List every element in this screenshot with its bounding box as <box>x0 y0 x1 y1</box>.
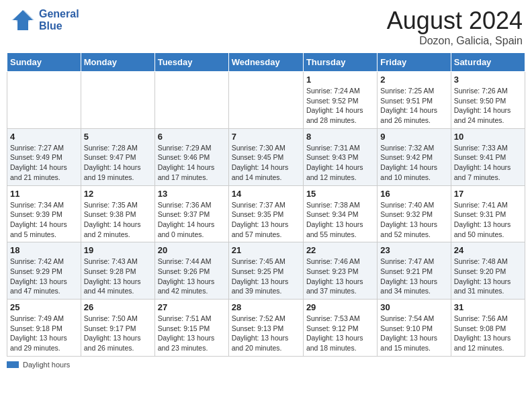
day-number: 16 <box>380 189 447 199</box>
calendar-cell: 13Sunrise: 7:36 AM Sunset: 9:37 PM Dayli… <box>154 185 228 242</box>
day-info: Sunrise: 7:34 AM Sunset: 9:39 PM Dayligh… <box>10 200 78 240</box>
day-info: Sunrise: 7:26 AM Sunset: 9:50 PM Dayligh… <box>454 86 522 126</box>
calendar-day-header: Saturday <box>451 53 525 72</box>
calendar-day-header: Wednesday <box>228 53 303 72</box>
calendar-table: SundayMondayTuesdayWednesdayThursdayFrid… <box>7 52 525 357</box>
calendar-cell: 24Sunrise: 7:48 AM Sunset: 9:20 PM Dayli… <box>451 242 525 300</box>
calendar-cell: 27Sunrise: 7:51 AM Sunset: 9:15 PM Dayli… <box>154 300 228 357</box>
calendar-week-row: 11Sunrise: 7:34 AM Sunset: 9:39 PM Dayli… <box>7 185 525 242</box>
day-info: Sunrise: 7:25 AM Sunset: 9:51 PM Dayligh… <box>380 86 447 126</box>
day-info: Sunrise: 7:50 AM Sunset: 9:17 PM Dayligh… <box>84 314 152 353</box>
day-number: 1 <box>306 75 374 85</box>
day-info: Sunrise: 7:46 AM Sunset: 9:23 PM Dayligh… <box>306 257 374 296</box>
day-info: Sunrise: 7:30 AM Sunset: 9:45 PM Dayligh… <box>232 143 300 183</box>
day-info: Sunrise: 7:38 AM Sunset: 9:34 PM Dayligh… <box>306 200 374 240</box>
day-number: 5 <box>84 132 152 142</box>
location: Dozon, Galicia, Spain <box>387 35 523 47</box>
calendar-cell: 5Sunrise: 7:28 AM Sunset: 9:47 PM Daylig… <box>81 128 154 185</box>
calendar-cell: 22Sunrise: 7:46 AM Sunset: 9:23 PM Dayli… <box>303 242 377 300</box>
day-info: Sunrise: 7:56 AM Sunset: 9:08 PM Dayligh… <box>454 314 522 353</box>
logo-blue: Blue <box>39 20 79 32</box>
daylight-bar-icon <box>7 361 19 368</box>
logo-general: General <box>39 8 79 20</box>
calendar-day-header: Tuesday <box>154 53 228 72</box>
calendar-cell: 3Sunrise: 7:26 AM Sunset: 9:50 PM Daylig… <box>451 72 525 129</box>
calendar-cell <box>228 72 303 129</box>
calendar-cell: 20Sunrise: 7:44 AM Sunset: 9:26 PM Dayli… <box>154 242 228 300</box>
calendar-cell: 6Sunrise: 7:29 AM Sunset: 9:46 PM Daylig… <box>154 128 228 185</box>
day-number: 15 <box>306 189 374 199</box>
logo-text: General Blue <box>39 8 79 32</box>
calendar-cell: 21Sunrise: 7:45 AM Sunset: 9:25 PM Dayli… <box>228 242 303 300</box>
calendar-cell: 25Sunrise: 7:49 AM Sunset: 9:18 PM Dayli… <box>7 300 81 357</box>
day-number: 22 <box>306 245 374 255</box>
day-info: Sunrise: 7:24 AM Sunset: 9:52 PM Dayligh… <box>306 86 374 126</box>
day-number: 24 <box>454 245 522 255</box>
day-info: Sunrise: 7:27 AM Sunset: 9:49 PM Dayligh… <box>10 143 78 183</box>
calendar-week-row: 1Sunrise: 7:24 AM Sunset: 9:52 PM Daylig… <box>7 72 525 129</box>
calendar-cell <box>81 72 154 129</box>
day-number: 29 <box>306 302 374 312</box>
calendar-cell: 17Sunrise: 7:41 AM Sunset: 9:31 PM Dayli… <box>451 185 525 242</box>
page-header: General Blue August 2024 Dozon, Galicia,… <box>7 7 525 47</box>
day-info: Sunrise: 7:45 AM Sunset: 9:25 PM Dayligh… <box>232 257 300 296</box>
day-number: 9 <box>380 132 447 142</box>
day-info: Sunrise: 7:54 AM Sunset: 9:10 PM Dayligh… <box>380 314 447 353</box>
day-info: Sunrise: 7:36 AM Sunset: 9:37 PM Dayligh… <box>158 200 226 240</box>
calendar-week-row: 4Sunrise: 7:27 AM Sunset: 9:49 PM Daylig… <box>7 128 525 185</box>
day-info: Sunrise: 7:41 AM Sunset: 9:31 PM Dayligh… <box>454 200 522 240</box>
day-info: Sunrise: 7:44 AM Sunset: 9:26 PM Dayligh… <box>158 257 226 296</box>
day-info: Sunrise: 7:53 AM Sunset: 9:12 PM Dayligh… <box>306 314 374 353</box>
day-number: 30 <box>380 302 447 312</box>
day-number: 14 <box>232 189 300 199</box>
month-year: August 2024 <box>387 7 523 35</box>
calendar-cell <box>154 72 228 129</box>
calendar-cell: 8Sunrise: 7:31 AM Sunset: 9:43 PM Daylig… <box>303 128 377 185</box>
svg-marker-2 <box>11 10 34 21</box>
day-number: 20 <box>158 245 226 255</box>
calendar-day-header: Sunday <box>7 53 81 72</box>
calendar-day-header: Monday <box>81 53 154 72</box>
day-number: 19 <box>84 245 152 255</box>
logo: General Blue <box>9 7 79 34</box>
day-info: Sunrise: 7:42 AM Sunset: 9:29 PM Dayligh… <box>10 257 78 296</box>
calendar-header-row: SundayMondayTuesdayWednesdayThursdayFrid… <box>7 53 525 72</box>
footer: Daylight hours <box>7 361 525 369</box>
day-number: 27 <box>158 302 226 312</box>
logo-icon <box>9 7 36 34</box>
calendar-cell: 14Sunrise: 7:37 AM Sunset: 9:35 PM Dayli… <box>228 185 303 242</box>
day-info: Sunrise: 7:37 AM Sunset: 9:35 PM Dayligh… <box>232 200 300 240</box>
day-number: 13 <box>158 189 226 199</box>
calendar-cell: 16Sunrise: 7:40 AM Sunset: 9:32 PM Dayli… <box>378 185 451 242</box>
day-number: 21 <box>232 245 300 255</box>
day-info: Sunrise: 7:35 AM Sunset: 9:38 PM Dayligh… <box>84 200 152 240</box>
day-number: 11 <box>10 189 78 199</box>
day-number: 17 <box>454 189 522 199</box>
calendar-cell: 28Sunrise: 7:52 AM Sunset: 9:13 PM Dayli… <box>228 300 303 357</box>
calendar-week-row: 18Sunrise: 7:42 AM Sunset: 9:29 PM Dayli… <box>7 242 525 300</box>
day-info: Sunrise: 7:31 AM Sunset: 9:43 PM Dayligh… <box>306 143 374 183</box>
day-info: Sunrise: 7:47 AM Sunset: 9:21 PM Dayligh… <box>380 257 447 296</box>
day-number: 3 <box>454 75 522 85</box>
day-info: Sunrise: 7:32 AM Sunset: 9:42 PM Dayligh… <box>380 143 447 183</box>
day-number: 6 <box>158 132 226 142</box>
calendar-cell: 23Sunrise: 7:47 AM Sunset: 9:21 PM Dayli… <box>378 242 451 300</box>
day-info: Sunrise: 7:33 AM Sunset: 9:41 PM Dayligh… <box>454 143 522 183</box>
day-number: 2 <box>380 75 447 85</box>
day-number: 23 <box>380 245 447 255</box>
calendar-day-header: Friday <box>378 53 451 72</box>
day-number: 8 <box>306 132 374 142</box>
day-info: Sunrise: 7:28 AM Sunset: 9:47 PM Dayligh… <box>84 143 152 183</box>
daylight-label: Daylight hours <box>23 361 70 369</box>
day-info: Sunrise: 7:52 AM Sunset: 9:13 PM Dayligh… <box>232 314 300 353</box>
calendar-cell: 11Sunrise: 7:34 AM Sunset: 9:39 PM Dayli… <box>7 185 81 242</box>
calendar-cell: 10Sunrise: 7:33 AM Sunset: 9:41 PM Dayli… <box>451 128 525 185</box>
title-block: August 2024 Dozon, Galicia, Spain <box>387 7 523 47</box>
calendar-cell: 29Sunrise: 7:53 AM Sunset: 9:12 PM Dayli… <box>303 300 377 357</box>
calendar-cell: 7Sunrise: 7:30 AM Sunset: 9:45 PM Daylig… <box>228 128 303 185</box>
calendar-cell <box>7 72 81 129</box>
calendar-cell: 12Sunrise: 7:35 AM Sunset: 9:38 PM Dayli… <box>81 185 154 242</box>
calendar-cell: 19Sunrise: 7:43 AM Sunset: 9:28 PM Dayli… <box>81 242 154 300</box>
day-info: Sunrise: 7:49 AM Sunset: 9:18 PM Dayligh… <box>10 314 78 353</box>
calendar-cell: 18Sunrise: 7:42 AM Sunset: 9:29 PM Dayli… <box>7 242 81 300</box>
